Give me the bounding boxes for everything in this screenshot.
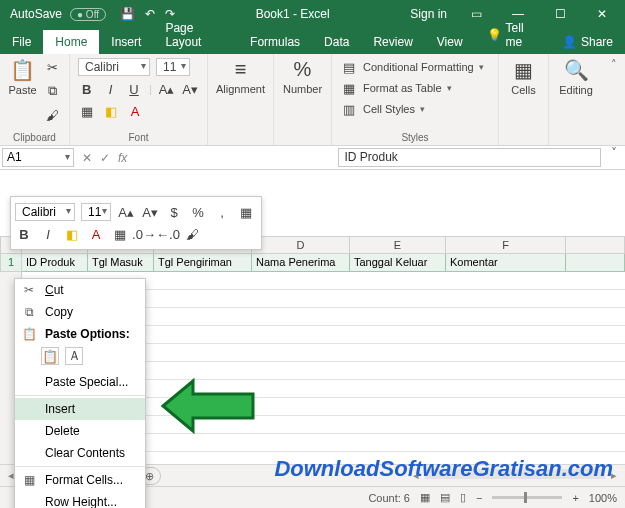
format-painter-icon[interactable]: 🖌 <box>183 225 201 243</box>
ctx-paste-special[interactable]: Paste Special... <box>15 371 145 393</box>
format-painter-icon[interactable]: 🖌 <box>43 106 61 124</box>
conditional-formatting-button[interactable]: ▤Conditional Formatting▾ <box>340 58 484 76</box>
cell-styles-icon: ▥ <box>340 100 358 118</box>
tab-home[interactable]: Home <box>43 30 99 54</box>
underline-button[interactable]: U <box>125 80 143 98</box>
view-normal-icon[interactable]: ▦ <box>420 491 430 504</box>
cell-g1[interactable] <box>566 254 625 272</box>
row-header-1[interactable]: 1 <box>0 254 22 272</box>
ribbon-tabs: File Home Insert Page Layout Formulas Da… <box>0 28 625 54</box>
comma-style-icon[interactable]: , <box>213 203 231 221</box>
collapse-ribbon-icon[interactable]: ˄ <box>603 54 625 75</box>
font-color-icon[interactable]: A <box>126 102 144 120</box>
sign-in-link[interactable]: Sign in <box>410 7 447 21</box>
ctx-delete[interactable]: Delete <box>15 420 145 442</box>
mini-font-name[interactable]: Calibri <box>15 203 75 221</box>
increase-decimal-icon[interactable]: .0→ <box>135 225 153 243</box>
number-format-button[interactable]: %Number <box>282 58 323 95</box>
enter-formula-icon[interactable]: ✓ <box>100 151 110 165</box>
view-page-layout-icon[interactable]: ▤ <box>440 491 450 504</box>
group-label: Styles <box>340 129 490 143</box>
tab-page-layout[interactable]: Page Layout <box>153 16 238 54</box>
cancel-formula-icon[interactable]: ✕ <box>82 151 92 165</box>
save-icon[interactable]: 💾 <box>120 7 135 21</box>
font-size-combo[interactable]: 11 <box>156 58 190 76</box>
col-header-f[interactable]: F <box>446 236 566 254</box>
cut-icon[interactable]: ✂ <box>43 58 61 76</box>
table-icon: ▦ <box>340 79 358 97</box>
ctx-insert[interactable]: Insert <box>15 398 145 420</box>
group-label: Clipboard <box>8 129 61 143</box>
accounting-format-icon[interactable]: $ <box>165 203 183 221</box>
fill-color-icon[interactable]: ◧ <box>63 225 81 243</box>
maximize-icon[interactable]: ☐ <box>547 7 573 21</box>
ctx-cut[interactable]: ✂Cut <box>15 279 145 301</box>
paste-option-keep-formatting-icon[interactable]: Ａ <box>65 347 83 365</box>
decrease-decimal-icon[interactable]: ←.0 <box>159 225 177 243</box>
copy-icon[interactable]: ⧉ <box>43 82 61 100</box>
col-header-d[interactable]: D <box>252 236 350 254</box>
borders-icon[interactable]: ▦ <box>111 225 129 243</box>
col-header-g[interactable] <box>566 236 625 254</box>
ctx-clear-contents[interactable]: Clear Contents <box>15 442 145 464</box>
sheet-row-1: 1 ID Produk Tgl Masuk Tgl Pengiriman Nam… <box>0 254 625 272</box>
zoom-slider[interactable] <box>492 496 562 499</box>
font-name-combo[interactable]: Calibri <box>78 58 150 76</box>
borders-icon[interactable]: ▦ <box>237 203 255 221</box>
borders-icon[interactable]: ▦ <box>78 102 96 120</box>
mini-font-size[interactable]: 11 <box>81 203 111 221</box>
shrink-font-icon[interactable]: A▾ <box>141 203 159 221</box>
tab-formulas[interactable]: Formulas <box>238 30 312 54</box>
zoom-out-icon[interactable]: − <box>476 492 482 504</box>
tab-insert[interactable]: Insert <box>99 30 153 54</box>
ctx-format-cells[interactable]: ▦Format Cells... <box>15 469 145 491</box>
col-header-e[interactable]: E <box>350 236 446 254</box>
bold-button[interactable]: B <box>78 80 96 98</box>
paste-option-values-icon[interactable]: 📋 <box>41 347 59 365</box>
cell-e1[interactable]: Tanggal Keluar <box>350 254 446 272</box>
cell-f1[interactable]: Komentar <box>446 254 566 272</box>
fill-color-icon[interactable]: ◧ <box>102 102 120 120</box>
group-editing: 🔍Editing <box>549 54 603 145</box>
autosave-toggle[interactable]: ● Off <box>70 8 106 21</box>
cell-c1[interactable]: Tgl Pengiriman <box>154 254 252 272</box>
percent-icon[interactable]: % <box>189 203 207 221</box>
font-color-icon[interactable]: A <box>87 225 105 243</box>
zoom-in-icon[interactable]: + <box>572 492 578 504</box>
italic-button[interactable]: I <box>102 80 120 98</box>
paste-button[interactable]: 📋 Paste <box>8 58 37 96</box>
autosave-label: AutoSave <box>10 7 62 21</box>
share-button[interactable]: 👤Share <box>550 30 625 54</box>
bold-button[interactable]: B <box>15 225 33 243</box>
alignment-button[interactable]: ≡Alignment <box>216 58 265 95</box>
ctx-row-height[interactable]: Row Height... <box>15 491 145 508</box>
italic-button[interactable]: I <box>39 225 57 243</box>
zoom-level[interactable]: 100% <box>589 492 617 504</box>
formula-bar[interactable]: ID Produk <box>338 148 602 167</box>
tab-review[interactable]: Review <box>361 30 424 54</box>
fx-icon[interactable]: fx <box>118 151 127 165</box>
tab-file[interactable]: File <box>0 30 43 54</box>
grow-font-icon[interactable]: A▴ <box>158 80 176 98</box>
ctx-copy[interactable]: ⧉Copy <box>15 301 145 323</box>
view-page-break-icon[interactable]: ▯ <box>460 491 466 504</box>
name-box[interactable]: A1 <box>2 148 74 167</box>
editing-button[interactable]: 🔍Editing <box>557 58 595 96</box>
format-as-table-button[interactable]: ▦Format as Table▾ <box>340 79 484 97</box>
watermark-text: DownloadSoftwareGratisan.com <box>274 456 613 482</box>
ribbon: 📋 Paste ✂ ⧉ 🖌 Clipboard Calibri 11 B I U… <box>0 54 625 146</box>
cells-button[interactable]: ▦Cells <box>507 58 540 96</box>
lightbulb-icon: 💡 <box>487 28 502 42</box>
close-icon[interactable]: ✕ <box>589 7 615 21</box>
shrink-font-icon[interactable]: A▾ <box>181 80 199 98</box>
cell-a1[interactable]: ID Produk <box>22 254 88 272</box>
tab-view[interactable]: View <box>425 30 475 54</box>
grow-font-icon[interactable]: A▴ <box>117 203 135 221</box>
tab-data[interactable]: Data <box>312 30 361 54</box>
cell-d1[interactable]: Nama Penerima <box>252 254 350 272</box>
cell-b1[interactable]: Tgl Masuk <box>88 254 154 272</box>
expand-formula-bar-icon[interactable]: ˅ <box>603 146 625 169</box>
tell-me[interactable]: 💡Tell me <box>475 16 550 54</box>
mini-toolbar: Calibri 11 A▴ A▾ $ % , ▦ B I ◧ A ▦ .0→ ←… <box>10 196 262 250</box>
cell-styles-button[interactable]: ▥Cell Styles▾ <box>340 100 484 118</box>
